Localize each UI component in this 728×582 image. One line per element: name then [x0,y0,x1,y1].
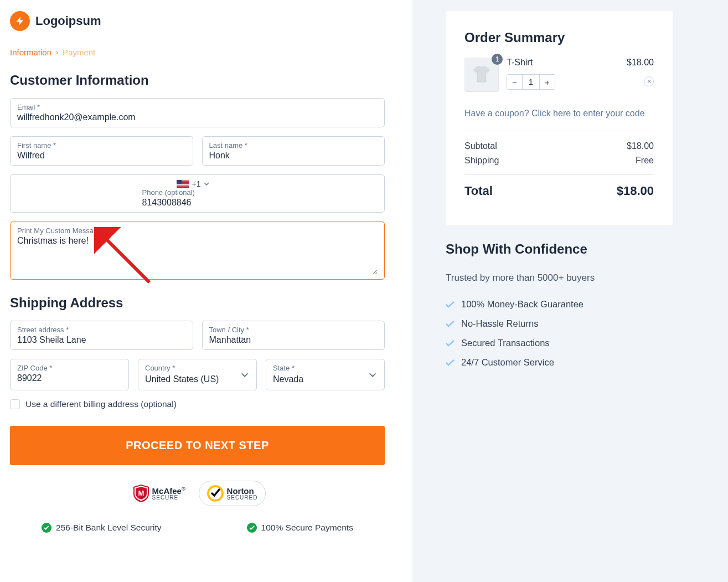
confidence-list: 100% Money-Back Guarantee No-Hassle Retu… [446,299,673,368]
item-thumbnail: 1 [464,58,499,92]
remove-item-button[interactable]: ✕ [644,76,654,86]
norton-name: Norton [227,487,258,495]
country-label: Country * [145,364,250,372]
custom-message-textarea[interactable] [17,236,378,275]
trust-badges: M McAfee® SECURE Norton SECURED [10,481,385,506]
breadcrumb-information[interactable]: Information [10,48,51,57]
dial-code: +1 [192,179,201,188]
last-name-label: Last name * [209,141,378,150]
summary-title: Order Summary [464,30,654,45]
check-icon [446,340,455,347]
first-name-field[interactable]: First name * [10,136,193,166]
item-price: $18.00 [627,58,654,68]
first-name-label: First name * [17,141,186,150]
qty-decrease-button[interactable]: − [507,75,523,89]
check-icon [446,321,455,327]
security-payments: 100% Secure Payments [247,523,353,533]
security-bank-level: 256-Bit Bank Level Security [42,523,161,533]
billing-checkbox[interactable] [10,399,20,409]
street-label: Street address * [17,326,186,334]
billing-checkbox-label: Use a different billing address (optiona… [25,399,177,409]
norton-sub: SECURED [227,495,258,501]
check-circle-icon [42,523,51,533]
mcafee-badge: M McAfee® SECURE [129,482,190,504]
mcafee-name: McAfee® [152,487,185,495]
breadcrumb-payment[interactable]: Payment [63,48,95,57]
section-customer-info: Customer Information [10,73,385,88]
first-name-input[interactable] [17,151,186,161]
shipping-label: Shipping [464,156,499,166]
email-field[interactable]: Email * [10,98,385,127]
check-circle-icon [247,523,257,533]
chevron-down-icon [204,182,209,186]
confidence-title: Shop With Confidence [446,241,673,257]
qty-increase-button[interactable]: + [539,75,555,89]
subtotal-value: $18.00 [627,141,654,151]
country-value: United States (US) [145,373,250,385]
email-input[interactable] [17,112,378,122]
checkmark-seal-icon [207,485,224,502]
brand-logo[interactable]: Logoipsum [10,11,385,31]
tshirt-icon [470,63,493,86]
confidence-item: 100% Money-Back Guarantee [446,299,673,310]
street-input[interactable] [17,335,186,345]
quantity-stepper: − 1 + [507,74,555,90]
qty-value: 1 [523,75,539,89]
custom-message-label: Print My Custom Message * [17,226,378,235]
check-icon [446,301,455,308]
subtotal-label: Subtotal [464,141,497,151]
qty-badge: 1 [492,54,503,65]
norton-badge: Norton SECURED [199,481,266,506]
phone-label: Phone (optional) [142,188,253,197]
email-label: Email * [17,103,378,111]
total-value: $18.00 [617,184,654,198]
confidence-item: 24/7 Customer Service [446,357,673,368]
city-input[interactable] [209,335,378,345]
phone-field[interactable]: +1 Phone (optional) [10,174,385,213]
svg-text:M: M [138,489,144,497]
mcafee-sub: SECURE [152,495,185,501]
state-label: State * [273,364,378,372]
shield-icon: M [133,485,149,502]
cart-item: 1 T-Shirt − 1 + $18.00 ✕ [464,58,654,92]
total-label: Total [464,184,493,198]
check-icon [446,359,455,366]
logo-icon [10,11,30,31]
item-name: T-Shirt [507,58,619,68]
order-summary-card: Order Summary 1 T-Shirt − 1 + $18.00 [446,11,673,225]
us-flag-icon [177,180,189,188]
custom-message-field[interactable]: Print My Custom Message * [10,222,385,280]
confidence-item: Secured Transactions [446,338,673,348]
last-name-input[interactable] [209,151,378,161]
coupon-link[interactable]: Have a coupon? Click here to enter your … [464,109,654,131]
phone-input[interactable] [142,198,253,208]
state-field[interactable]: State * Nevada [266,359,385,390]
zip-label: ZIP Code * [17,364,122,372]
state-value: Nevada [273,373,378,385]
last-name-field[interactable]: Last name * [202,136,385,166]
zip-input[interactable] [17,373,122,383]
street-field[interactable]: Street address * [10,321,193,350]
proceed-button[interactable]: PROCEED TO NEXT STEP [10,426,385,465]
confidence-item: No-Hassle Returns [446,318,673,329]
phone-country-selector[interactable]: +1 [177,179,219,188]
zip-field[interactable]: ZIP Code * [10,359,129,390]
city-label: Town / City * [209,326,378,334]
brand-name: Logoipsum [35,14,101,28]
section-shipping: Shipping Address [10,295,385,311]
breadcrumb: Information › Payment [10,48,385,57]
chevron-right-icon: › [56,49,58,56]
confidence-section: Shop With Confidence Trusted by more tha… [446,241,673,368]
shipping-value: Free [636,156,654,166]
city-field[interactable]: Town / City * [202,321,385,350]
country-field[interactable]: Country * United States (US) [138,359,257,390]
trust-text: Trusted by more than 5000+ buyers [446,272,673,284]
